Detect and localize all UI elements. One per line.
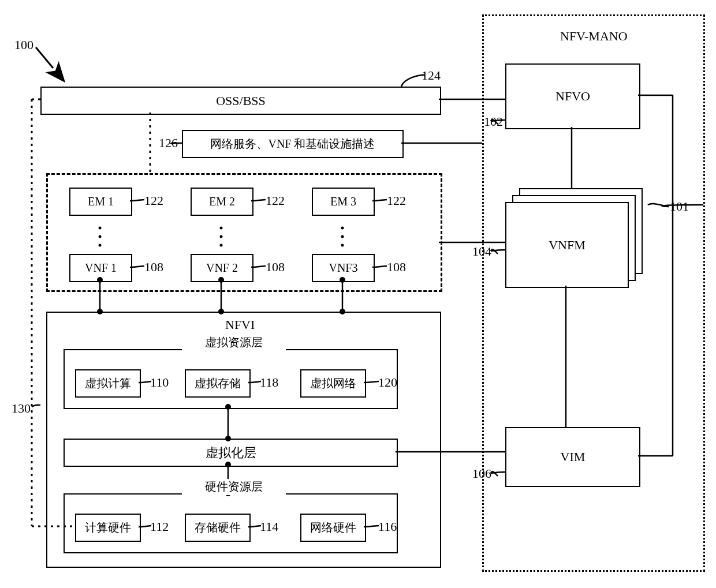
virtualization-layer-box: 虚拟化层 bbox=[64, 439, 398, 467]
hcompute-label: 计算硬件 bbox=[85, 520, 131, 535]
vim-label: VIM bbox=[561, 450, 586, 465]
desc-box: 网络服务、VNF 和基础设施描述 bbox=[182, 130, 404, 158]
ref-101: 101 bbox=[670, 199, 689, 214]
em3-label: EM 3 bbox=[330, 195, 356, 208]
svg-line-0 bbox=[36, 47, 53, 68]
hstorage-box: 存储硬件 bbox=[185, 514, 251, 542]
vstorage-box: 虚拟存储 bbox=[185, 369, 251, 398]
nfvi-title: NFVI bbox=[225, 317, 255, 332]
vnetwork-label: 虚拟网络 bbox=[310, 376, 356, 391]
nfvo-box: NFVO bbox=[505, 63, 640, 129]
oss-bss-label: OSS/BSS bbox=[216, 93, 266, 108]
em1-label: EM 1 bbox=[88, 195, 114, 208]
hnetwork-box: 网络硬件 bbox=[300, 514, 366, 542]
virtualization-layer-label: 虚拟化层 bbox=[206, 444, 256, 462]
vnf2-label: VNF 2 bbox=[206, 261, 238, 275]
hstorage-label: 存储硬件 bbox=[195, 520, 241, 535]
vnf2-box: VNF 2 bbox=[191, 254, 253, 282]
ref-104: 104 bbox=[472, 244, 491, 259]
ref-114: 114 bbox=[260, 519, 278, 534]
vnf1-box: VNF 1 bbox=[69, 254, 132, 282]
ref-em3: 122 bbox=[387, 193, 406, 208]
vcompute-label: 虚拟计算 bbox=[85, 376, 131, 391]
ref-126: 126 bbox=[159, 136, 178, 151]
ref-118: 118 bbox=[260, 375, 278, 390]
vim-box: VIM bbox=[505, 427, 640, 487]
ref-vnf1: 108 bbox=[144, 260, 163, 275]
vnfm-box: VNFM bbox=[505, 202, 629, 288]
vnf3-box: VNF3 bbox=[312, 254, 375, 282]
vstorage-label: 虚拟存储 bbox=[195, 376, 241, 391]
oss-bss-box: OSS/BSS bbox=[40, 87, 441, 115]
vnetwork-box: 虚拟网络 bbox=[300, 369, 366, 398]
ref-106: 106 bbox=[472, 466, 491, 481]
ref-em2: 122 bbox=[266, 193, 285, 208]
ref-130: 130 bbox=[12, 401, 31, 416]
mano-title: NFV-MANO bbox=[560, 29, 628, 44]
ref-vnf3: 108 bbox=[387, 260, 406, 275]
vnfm-label: VNFM bbox=[549, 238, 586, 253]
hardware-resource-title-2: 硬件资源层 bbox=[182, 479, 286, 495]
ref-em1: 122 bbox=[144, 193, 163, 208]
virtual-resource-title-2: 虚拟资源层 bbox=[182, 335, 286, 350]
nfvo-label: NFVO bbox=[555, 89, 590, 104]
vnf1-label: VNF 1 bbox=[85, 261, 117, 275]
vcompute-box: 虚拟计算 bbox=[75, 369, 141, 398]
em1-box: EM 1 bbox=[69, 188, 132, 216]
ref-100: 100 bbox=[14, 38, 33, 53]
ref-124: 124 bbox=[422, 68, 441, 83]
ref-120: 120 bbox=[378, 375, 397, 390]
em2-label: EM 2 bbox=[209, 195, 235, 208]
ref-116: 116 bbox=[378, 519, 397, 534]
diagram-canvas: 100 NFV-MANO 101 NFVO 102 VNFM 104 VIM 1… bbox=[0, 0, 716, 588]
ref-vnf2: 108 bbox=[266, 260, 285, 275]
ref-102: 102 bbox=[484, 114, 503, 129]
ref-110: 110 bbox=[150, 375, 169, 390]
vnf3-label: VNF3 bbox=[329, 261, 357, 275]
hnetwork-label: 网络硬件 bbox=[310, 520, 356, 535]
desc-label: 网络服务、VNF 和基础设施描述 bbox=[210, 136, 375, 152]
ref-112: 112 bbox=[150, 519, 169, 534]
hcompute-box: 计算硬件 bbox=[75, 514, 141, 542]
em3-box: EM 3 bbox=[312, 188, 375, 216]
em2-box: EM 2 bbox=[191, 188, 253, 216]
